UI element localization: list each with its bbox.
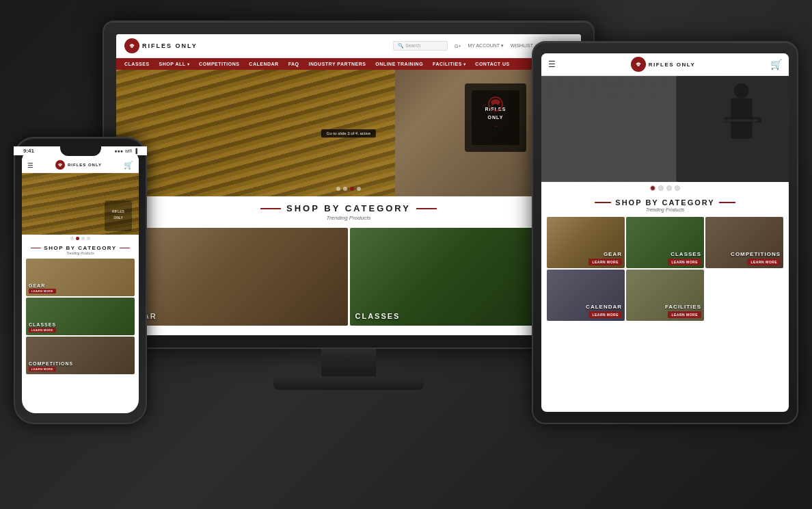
desktop-category-gear[interactable]: GEAR: [124, 228, 348, 326]
nav-facilities[interactable]: FACILITIES ▾: [433, 62, 465, 66]
phone-dot-1[interactable]: [70, 237, 74, 240]
tablet-calendar-bg: CALENDAR LEARN MORE: [547, 270, 625, 321]
tablet-hero-sniper: [541, 76, 789, 182]
phone-cart-icon[interactable]: 🛒: [124, 161, 133, 170]
phone-item-classes[interactable]: CLASSES LEARN MORE: [26, 298, 135, 335]
phone-classes-label: CLASSES: [29, 322, 56, 327]
phone-title-line-right: [120, 248, 130, 249]
tablet-facilities-bg: FACILITIES LEARN MORE: [626, 270, 704, 321]
desktop-category-heading: SHOP BY CATEGORY: [286, 203, 411, 213]
tablet-facilities-btn[interactable]: LEARN MORE: [668, 311, 701, 318]
tablet-category-heading: SHOP BY CATEGORY: [615, 198, 714, 207]
phone-category-list: GEAR LEARN MORE CLASSES LEARN MORE COMPE…: [22, 257, 139, 376]
tablet-cart-icon[interactable]: 🛒: [770, 59, 782, 70]
tablet-title-line-right: [719, 202, 735, 203]
nav-classes[interactable]: CLASSES: [124, 62, 150, 66]
phone-dot-3[interactable]: [81, 237, 85, 240]
tablet-dot-1[interactable]: [650, 185, 655, 191]
phone-hero: RIFLES ONLY ™: [22, 173, 139, 235]
phone-menu-icon[interactable]: ☰: [27, 161, 33, 169]
tablet-section-subtitle: Trending Products: [541, 207, 789, 212]
phone-gear-btn[interactable]: LEARN MORE: [29, 289, 56, 293]
tablet-logo-text: RIFLES ONLY: [649, 62, 696, 68]
phone-classes-btn[interactable]: LEARN MORE: [29, 328, 56, 332]
nav-industry-partners[interactable]: INDUSTRY PARTNERS: [309, 62, 366, 66]
desktop-category-grid: GEAR CLASSES: [116, 224, 581, 330]
desktop-device: RIFLES ONLY 🔍 Search G+ MY ACCOUNT ▾ WIS…: [103, 21, 595, 404]
tablet-gear-bg: GEAR LEARN MORE: [547, 217, 625, 268]
tablet-frame: ☰ RIFLES ONLY 🛒: [532, 41, 798, 424]
tablet-screen: ☰ RIFLES ONLY 🛒: [541, 53, 789, 412]
tablet-header: ☰ RIFLES ONLY 🛒: [541, 53, 789, 76]
tablet-competitions-bg: COMPETITIONS LEARN MORE: [705, 217, 783, 268]
classes-label: CLASSES: [355, 312, 401, 320]
tablet-classes-btn[interactable]: LEARN MORE: [668, 259, 701, 265]
phone-item-gear[interactable]: GEAR LEARN MORE: [26, 259, 135, 296]
tablet-card-gear[interactable]: GEAR LEARN MORE: [547, 217, 625, 268]
desktop-search-input[interactable]: 🔍 Search: [393, 41, 448, 51]
nav-faq[interactable]: FAQ: [288, 62, 299, 66]
gear-card-bg: GEAR: [124, 228, 348, 326]
monitor-stand: [103, 349, 595, 390]
phone-logo-icon: [55, 160, 65, 170]
svg-rect-35: [734, 83, 749, 99]
phone-section-subtitle: Trending Products: [22, 251, 139, 255]
phone-signal-icon: ●●●: [114, 148, 123, 153]
tablet-dot-4[interactable]: [675, 185, 680, 191]
desktop-hero: RIFLES ONLY ™ Go to slide 3 of 4, active: [116, 70, 581, 196]
site-logo: RIFLES ONLY: [124, 38, 198, 53]
svg-point-40: [59, 164, 61, 166]
monitor-frame: RIFLES ONLY 🔍 Search G+ MY ACCOUNT ▾ WIS…: [103, 21, 595, 349]
phone-dot-2[interactable]: [76, 237, 79, 240]
phone-section-title: SHOP BY CATEGORY Trending Products: [22, 242, 139, 257]
phone-nav-bar: ☰ RIFLES ONLY 🛒: [22, 157, 139, 173]
tablet-logo: RIFLES ONLY: [631, 57, 696, 72]
tablet-classes-label: CLASSES: [671, 251, 701, 257]
phone-slide-dots: [22, 235, 139, 242]
phone-competitions-btn[interactable]: LEARN MORE: [29, 367, 56, 371]
google-plus-link[interactable]: G+: [455, 44, 461, 49]
tablet-card-competitions[interactable]: COMPETITIONS LEARN MORE: [705, 217, 783, 268]
desktop-section-subtitle: Trending Products: [116, 215, 581, 221]
my-account-link[interactable]: MY ACCOUNT ▾: [468, 43, 503, 49]
phone-notch: [60, 146, 101, 156]
phone-dot-4[interactable]: [87, 237, 90, 240]
tablet-card-facilities[interactable]: FACILITIES LEARN MORE: [626, 270, 704, 321]
tablet-logo-icon: [631, 57, 646, 72]
phone-time: 9:41: [23, 148, 34, 154]
slide-dot-3[interactable]: [350, 187, 354, 191]
svg-text:ONLY: ONLY: [113, 216, 123, 220]
tablet-card-calendar[interactable]: CALENDAR LEARN MORE: [547, 270, 625, 321]
phone-section-heading: SHOP BY CATEGORY: [22, 245, 139, 251]
phone-logo-text: RIFLES ONLY: [68, 163, 102, 167]
nav-shop-all[interactable]: SHOP ALL ▾: [159, 62, 190, 66]
phone-screen: 9:41 ●●● wifi ▐ ☰: [22, 148, 139, 413]
tablet-card-classes[interactable]: CLASSES LEARN MORE: [626, 217, 704, 268]
tablet-menu-icon[interactable]: ☰: [548, 60, 556, 69]
desktop-nav: CLASSES SHOP ALL ▾ COMPETITIONS CALENDAR…: [116, 58, 581, 70]
svg-rect-38: [703, 119, 757, 122]
nav-competitions[interactable]: COMPETITIONS: [199, 62, 239, 66]
tablet-calendar-btn[interactable]: LEARN MORE: [588, 311, 622, 318]
slide-dot-1[interactable]: [336, 187, 340, 191]
tablet-dot-2[interactable]: [658, 185, 664, 191]
phone-competitions-label: COMPETITIONS: [29, 361, 73, 366]
phone-item-competitions[interactable]: COMPETITIONS LEARN MORE: [26, 337, 135, 374]
hero-patch: RIFLES ONLY ™: [465, 83, 526, 152]
phone-competitions-bg: COMPETITIONS LEARN MORE: [26, 337, 135, 374]
slide-dot-4[interactable]: [357, 187, 361, 191]
svg-rect-10: [541, 77, 677, 181]
svg-text:ONLY: ONLY: [488, 115, 504, 120]
phone-gear-label: GEAR: [29, 283, 45, 288]
tablet-competitions-label: COMPETITIONS: [731, 251, 781, 257]
nav-calendar[interactable]: CALENDAR: [249, 62, 278, 66]
nav-online-training[interactable]: ONLINE TRAINING: [375, 62, 423, 66]
monitor-base: [273, 376, 424, 390]
svg-text:™: ™: [117, 222, 120, 226]
nav-contact-us[interactable]: CONTACT US: [475, 62, 509, 66]
tablet-dot-3[interactable]: [666, 185, 672, 191]
tablet-competitions-btn[interactable]: LEARN MORE: [747, 259, 781, 265]
tablet-gear-btn[interactable]: LEARN MORE: [588, 259, 622, 265]
phone-logo: RIFLES ONLY: [55, 160, 102, 170]
slide-dot-2[interactable]: [343, 187, 347, 191]
